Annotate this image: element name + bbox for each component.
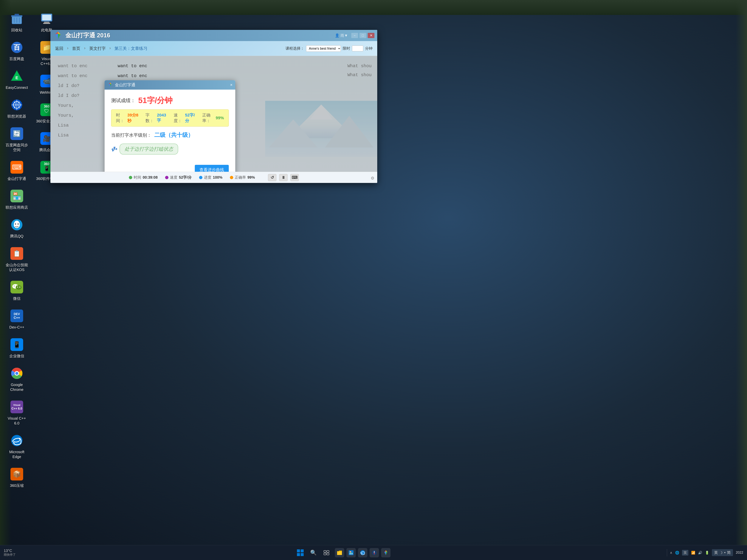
this-pc-icon [39,11,54,26]
time-status-label: 时间 [134,175,141,180]
svg-rect-77 [324,553,326,555]
pause-button[interactable]: ⏸ [279,174,288,181]
desktop-icon-kingsoft[interactable]: ⌨ 金山打字通 [6,160,28,181]
desktop-icon-visual-cpp[interactable]: Visual C++ 6.0 Visual C++ 6.0 [6,399,28,426]
edge-taskbar-icon [360,550,366,556]
desktop-icon-wps-cert[interactable]: 📋 金山办公技能认证KOS [6,246,28,272]
desktop-icon-recycle-bin[interactable]: 回收站 [6,11,28,32]
footer-controls: ↺ ⏸ ⌨ [268,174,299,181]
time-limit-input[interactable] [352,46,363,51]
nav-sep2: › [84,46,85,51]
clock-time: 2022 [736,550,743,555]
edge-label: Microsoft Edge [6,450,28,459]
time-status-value: 00:39:08 [143,175,158,180]
desktop-icon-chrome[interactable]: Google Chrome [6,366,28,392]
desktop-icon-edge[interactable]: Microsoft Edge [6,433,28,459]
qq-label: 腾讯QQ [10,234,23,239]
svg-point-22 [15,223,16,224]
sleep-text: 处于边打字边打瞌状态 [125,146,173,152]
start-button[interactable] [295,548,305,557]
stat-speed-label: 速度： [174,112,184,124]
qq-icon [9,217,24,232]
svg-point-25 [18,224,20,226]
sleep-notice: 💤 处于边打字边打瞌状态 [111,143,229,155]
weather-display: 13°C 雨快停了 [4,549,16,557]
dialog-body: 测试成绩： 51字/分钟 时间： 39分8秒 字数： 2043字 [105,89,235,165]
stat-chars: 字数： 2043字 [146,112,168,124]
nav-home[interactable]: 首页 [72,46,80,51]
score-label: 测试成绩： [111,97,135,104]
lenovo-store-icon: 🏪 [9,189,24,204]
desktop-icon-360-compress[interactable]: 📦 360压缩 [6,467,28,488]
taskbar-store-icon[interactable]: 🏪 [346,548,356,557]
ime-simple[interactable]: 简 [727,550,731,555]
result-stats-box: 时间： 39分8秒 字数： 2043字 速度： 52字/分 [111,109,229,127]
desktop-icon-wechat[interactable]: 微信 [6,279,28,301]
speed-dot-icon [165,176,169,179]
taskbar-explorer-icon[interactable] [335,548,344,557]
dialog-title-text: 金山打字通 [115,82,135,88]
dialog-logo-icon [107,82,113,88]
stat-time-value: 39分8秒 [127,112,140,124]
easyconnect-icon: E [9,69,24,84]
desktop-icon-dev-cpp[interactable]: DEV C++ Dev-C++ [6,309,28,330]
svg-rect-79 [337,552,342,555]
desktop-icon-lenovo-browser[interactable]: 联想浏览器 [6,98,28,119]
ime-eng[interactable]: 英 [714,550,718,555]
tray-volume-icon[interactable]: 🔊 [698,551,702,555]
nav-back[interactable]: 返回 [55,46,63,51]
tray-up-arrow[interactable]: ∧ [670,551,672,555]
wps-cert-label: 金山办公技能认证KOS [6,263,28,272]
maximize-button[interactable]: □ [360,33,366,38]
ime-indicator: 英 ☽ • 简 [712,549,733,556]
app-titlebar: 金山打字通 2016 👤 雨▼ － □ ✕ [50,30,377,41]
taskbar: 13°C 雨快停了 🔍 [0,545,747,560]
view-curve-button[interactable]: 查看进步曲线 [195,165,229,172]
ime-dot-icon: • [724,551,725,555]
app-header: 返回 › 首页 › 英文打字 › 第三关：文章练习 课程选择： Anne's b… [50,41,377,56]
taskbar-compass-icon[interactable] [369,548,379,557]
ime-lang[interactable]: 英 [682,550,688,556]
nav-sep3: › [109,46,111,51]
desktop-icon-qq[interactable]: 腾讯QQ [6,217,28,239]
desktop-icon-easyconnect[interactable]: E EasyConnect [6,69,28,90]
course-select-dropdown[interactable]: Anne's best friend [306,45,341,52]
search-button[interactable]: 🔍 [309,548,318,557]
svg-text:🏪: 🏪 [12,192,22,201]
keyboard-button[interactable]: ⌨ [290,174,299,181]
desktop: 回收站 百 百度网盘 E EasyConnect [0,0,747,545]
minimize-button[interactable]: － [351,33,358,38]
dialog-close-button[interactable]: × [230,83,232,87]
desktop-icon-baidu-sync[interactable]: 🔄 百度网盘同步空间 [6,126,28,152]
svg-text:📁: 📁 [43,43,51,51]
task-view-button[interactable] [322,548,331,557]
tray-network-icon: 🌐 [675,551,679,555]
baidu-sync-icon: 🔄 [9,126,24,141]
desktop-icon-this-pc[interactable]: 此电脑 [35,11,58,32]
svg-text:C++: C++ [14,316,20,320]
speed-status-label: 速度 [170,175,177,180]
svg-rect-52 [43,23,50,24]
chrome-label: Google Chrome [6,382,28,392]
stat-accuracy-value: 99% [216,115,224,121]
time-limit-unit: 分钟 [365,46,372,51]
svg-text:360: 360 [44,105,50,108]
nav-english[interactable]: 英文打字 [89,46,106,51]
wps-cert-icon: 📋 [9,246,24,261]
close-button[interactable]: ✕ [368,33,375,38]
settings-icon[interactable]: ⚙ [371,176,375,181]
laptop-frame-right [736,0,747,545]
compass-icon [371,550,377,556]
tray-wifi-icon: 📶 [691,551,695,555]
svg-text:🔄: 🔄 [13,130,21,138]
taskbar-edge-icon[interactable] [358,548,367,557]
refresh-button[interactable]: ↺ [268,174,276,181]
svg-rect-78 [327,553,329,555]
store-icon: 🏪 [348,550,354,556]
taskbar-kingsoft-icon[interactable] [381,548,390,557]
desktop-icon-enterprise-wechat[interactable]: 📱 企业微信 [6,337,28,358]
speed-status-value: 52字/分 [179,175,191,180]
desktop-icon-baidu[interactable]: 百 百度网盘 [6,40,28,61]
desktop-icon-lenovo-store[interactable]: 🏪 联想应用商店 [6,189,28,210]
svg-text:E: E [16,75,18,80]
